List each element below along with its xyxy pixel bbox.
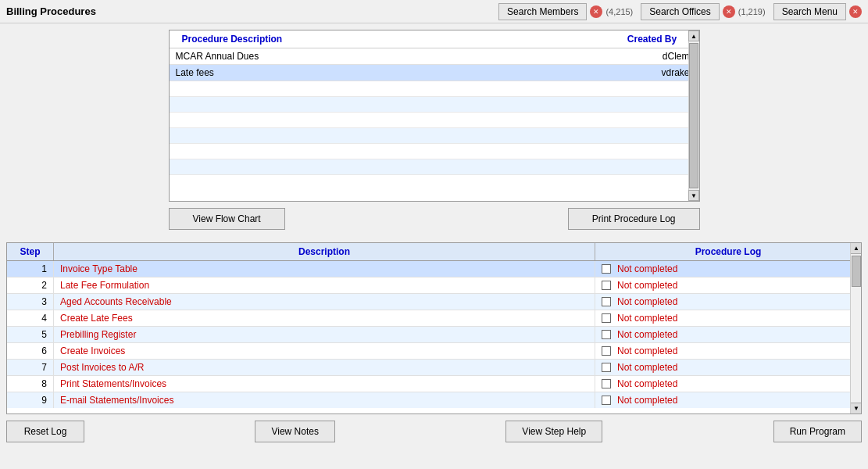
step-row[interactable]: 1Invoice Type TableNot completed [7, 261, 861, 277]
step-log-cell: Not completed [595, 261, 861, 277]
search-members-close-icon[interactable]: ✕ [590, 5, 602, 18]
step-number-cell: 1 [7, 261, 54, 277]
step-log-cell: Not completed [595, 343, 861, 359]
procedure-rows: MCAR Annual Dues dClem Late fees vdrake [170, 48, 699, 194]
step-log-cell: Not completed [595, 310, 861, 326]
procedure-log-col-header: Procedure Log [595, 243, 861, 260]
search-members-button[interactable]: Search Members [498, 3, 587, 20]
step-status-text: Not completed [617, 362, 677, 373]
procedure-empty-row [170, 128, 699, 144]
search-members-count: (4,215) [605, 7, 633, 16]
step-row[interactable]: 5Prebilling RegisterNot completed [7, 327, 861, 343]
step-number-cell: 6 [7, 343, 54, 359]
step-description-cell[interactable]: Print Statements/Invoices [54, 376, 595, 392]
step-status-text: Not completed [617, 296, 677, 307]
view-notes-button[interactable]: View Notes [255, 421, 334, 442]
step-status-text: Not completed [617, 313, 677, 324]
view-flow-chart-button[interactable]: View Flow Chart [169, 208, 285, 230]
step-description-cell[interactable]: Prebilling Register [54, 327, 595, 342]
steps-scroll-thumb[interactable] [852, 256, 861, 287]
search-menu-close-icon[interactable]: ✕ [849, 5, 862, 18]
procedure-description-header: Procedure Description [170, 30, 605, 48]
procedure-empty-row [170, 97, 699, 113]
step-row[interactable]: 6Create InvoicesNot completed [7, 343, 861, 360]
step-status-text: Not completed [617, 395, 677, 406]
step-log-cell: Not completed [595, 376, 861, 392]
steps-scroll-up-arrow[interactable]: ▲ [851, 243, 862, 254]
step-row[interactable]: 8Print Statements/InvoicesNot completed [7, 376, 861, 392]
step-col-header: Step [7, 243, 54, 260]
step-status-text: Not completed [617, 378, 677, 389]
steps-scroll-down-arrow[interactable]: ▼ [851, 403, 862, 414]
reset-log-button[interactable]: Reset Log [6, 421, 84, 442]
step-number-cell: 5 [7, 327, 54, 342]
step-number-cell: 7 [7, 360, 54, 375]
search-members-group: Search Members ✕ (4,215) [498, 3, 634, 20]
step-number-cell: 3 [7, 294, 54, 310]
view-step-help-button[interactable]: View Step Help [505, 421, 602, 442]
created-by-header: Created By [605, 30, 699, 48]
step-checkbox[interactable] [602, 313, 611, 323]
procedure-table-header: Procedure Description Created By [170, 30, 699, 48]
scroll-up-arrow[interactable]: ▲ [688, 30, 699, 41]
header-bar: Billing Procedures Search Members ✕ (4,2… [0, 0, 868, 23]
search-offices-group: Search Offices ✕ (1,219) [641, 3, 766, 20]
step-status-text: Not completed [617, 280, 677, 291]
steps-scrollbar: ▲ ▼ [850, 243, 861, 414]
step-row[interactable]: 3Aged Accounts ReceivableNot completed [7, 294, 861, 310]
step-description-cell[interactable]: E-mail Statements/Invoices [54, 392, 595, 408]
step-description-cell[interactable]: Late Fee Formulation [54, 277, 595, 293]
procedure-row[interactable]: Late fees vdrake [170, 65, 699, 81]
step-log-cell: Not completed [595, 327, 861, 342]
step-checkbox[interactable] [602, 264, 611, 274]
action-buttons-row: View Flow Chart Print Procedure Log [169, 208, 700, 230]
print-procedure-log-button[interactable]: Print Procedure Log [568, 208, 700, 230]
step-row[interactable]: 7Post Invoices to A/RNot completed [7, 360, 861, 376]
step-number-cell: 8 [7, 376, 54, 392]
run-program-button[interactable]: Run Program [773, 421, 862, 442]
search-offices-button[interactable]: Search Offices [641, 3, 719, 20]
search-menu-button[interactable]: Search Menu [773, 3, 846, 20]
step-row[interactable]: 2Late Fee FormulationNot completed [7, 277, 861, 294]
step-log-cell: Not completed [595, 277, 861, 293]
step-number-cell: 4 [7, 310, 54, 326]
procedure-empty-row [170, 159, 699, 175]
procedure-empty-row [170, 81, 699, 97]
step-log-cell: Not completed [595, 294, 861, 310]
step-description-cell[interactable]: Invoice Type Table [54, 261, 595, 277]
step-log-cell: Not completed [595, 392, 861, 408]
step-checkbox[interactable] [602, 330, 611, 339]
scroll-down-arrow[interactable]: ▼ [688, 190, 699, 201]
procedure-table-container: Procedure Description Created By MCAR An… [169, 30, 700, 202]
search-offices-close-icon[interactable]: ✕ [723, 5, 735, 18]
search-offices-count: (1,219) [738, 7, 766, 16]
procedure-empty-row [170, 144, 699, 159]
step-status-text: Not completed [617, 263, 677, 274]
main-content: Procedure Description Created By MCAR An… [0, 23, 868, 242]
step-description-cell[interactable]: Create Invoices [54, 343, 595, 359]
step-row[interactable]: 9E-mail Statements/InvoicesNot completed [7, 392, 861, 408]
step-checkbox[interactable] [602, 396, 611, 405]
search-menu-group: Search Menu ✕ [773, 3, 862, 20]
step-description-cell[interactable]: Aged Accounts Receivable [54, 294, 595, 310]
procedure-created-by-cell: vdrake [605, 65, 699, 81]
steps-table-header: Step Description Procedure Log [7, 243, 861, 261]
procedure-description-cell: MCAR Annual Dues [170, 48, 605, 64]
procedure-description-cell: Late fees [170, 65, 605, 81]
step-status-text: Not completed [617, 345, 677, 356]
step-checkbox[interactable] [602, 281, 611, 290]
procedure-row[interactable]: MCAR Annual Dues dClem [170, 48, 699, 65]
step-description-cell[interactable]: Create Late Fees [54, 310, 595, 326]
step-checkbox[interactable] [602, 297, 611, 306]
steps-body: 1Invoice Type TableNot completed2Late Fe… [7, 261, 861, 408]
procedure-scrollbar: ▲ ▼ [688, 30, 699, 201]
step-checkbox[interactable] [602, 363, 611, 372]
scroll-thumb[interactable] [689, 43, 698, 188]
procedure-empty-row [170, 113, 699, 128]
step-row[interactable]: 4Create Late FeesNot completed [7, 310, 861, 327]
step-number-cell: 9 [7, 392, 54, 408]
step-description-cell[interactable]: Post Invoices to A/R [54, 360, 595, 375]
step-checkbox[interactable] [602, 346, 611, 356]
page-title: Billing Procedures [6, 5, 96, 17]
step-checkbox[interactable] [602, 379, 611, 388]
